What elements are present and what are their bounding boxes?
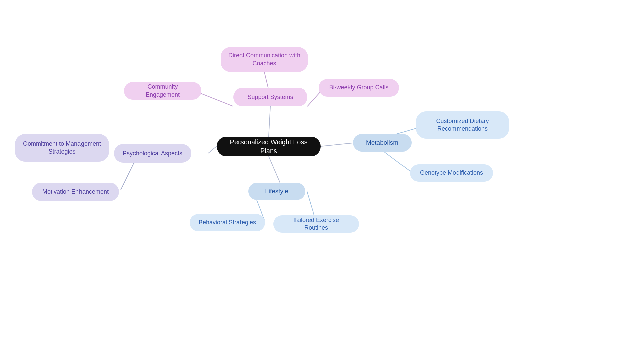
- motivation-node: Motivation Enhancement: [32, 183, 119, 201]
- tailored-exercise-node: Tailored Exercise Routines: [273, 215, 359, 233]
- center-node: Personalized Weight Loss Plans: [217, 137, 321, 156]
- community-engagement-label: Community Engagement: [131, 83, 194, 99]
- svg-line-0: [269, 106, 270, 137]
- svg-line-10: [321, 143, 356, 146]
- svg-line-4: [208, 146, 217, 153]
- lifestyle-label: Lifestyle: [265, 187, 288, 196]
- support-systems-node: Support Systems: [233, 88, 307, 106]
- community-engagement-node: Community Engagement: [124, 82, 201, 100]
- psychological-aspects-label: Psychological Aspects: [123, 149, 182, 157]
- support-systems-label: Support Systems: [247, 93, 293, 101]
- commitment-node: Commitment to Management Strategies: [15, 134, 109, 162]
- metabolism-node: Metabolism: [353, 134, 412, 152]
- genotype-node: Genotype Modifications: [410, 164, 493, 182]
- behavioral-strategies-label: Behavioral Strategies: [199, 219, 256, 226]
- svg-line-7: [269, 156, 280, 183]
- tailored-exercise-label: Tailored Exercise Routines: [281, 216, 352, 232]
- svg-line-6: [121, 163, 134, 190]
- customized-dietary-label: Customized Dietary Recommendations: [423, 117, 502, 133]
- center-label: Personalized Weight Loss Plans: [224, 138, 313, 155]
- svg-line-2: [201, 93, 233, 106]
- biweekly-group-node: Bi-weekly Group Calls: [319, 79, 399, 97]
- direct-communication-node: Direct Communication with Coaches: [221, 47, 308, 72]
- behavioral-strategies-node: Behavioral Strategies: [190, 214, 265, 231]
- customized-dietary-node: Customized Dietary Recommendations: [416, 111, 509, 139]
- commitment-label: Commitment to Management Strategies: [22, 140, 102, 156]
- svg-line-12: [383, 151, 413, 173]
- lifestyle-node: Lifestyle: [248, 183, 305, 200]
- psychological-aspects-node: Psychological Aspects: [114, 144, 191, 163]
- metabolism-label: Metabolism: [366, 139, 398, 147]
- direct-communication-label: Direct Communication with Coaches: [228, 52, 301, 67]
- motivation-label: Motivation Enhancement: [42, 188, 109, 196]
- biweekly-group-label: Bi-weekly Group Calls: [329, 84, 388, 92]
- genotype-label: Genotype Modifications: [420, 169, 483, 177]
